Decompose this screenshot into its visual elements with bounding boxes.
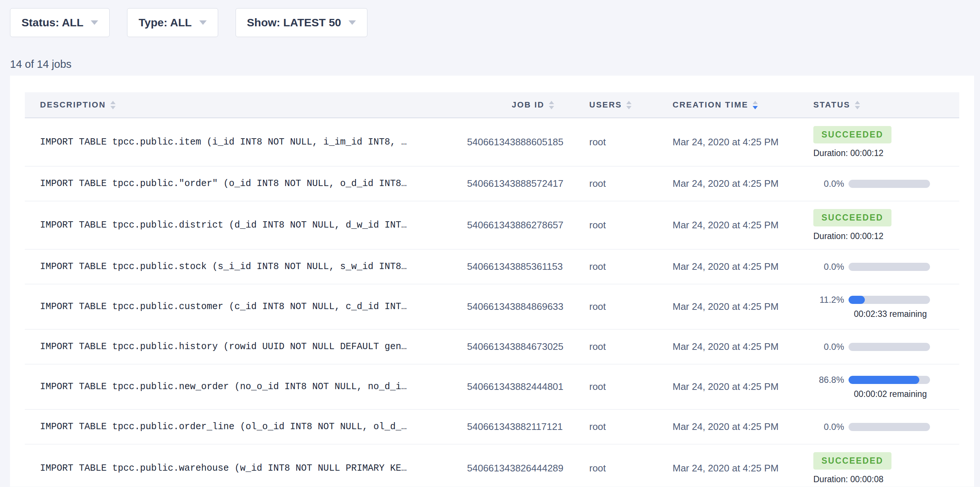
- progress-bar-fill: [848, 296, 865, 304]
- sort-arrows: [855, 101, 860, 109]
- progress-line: 11.2%: [813, 295, 959, 305]
- job-user: root: [589, 381, 673, 393]
- column-header-label: CREATION TIME: [673, 100, 748, 110]
- job-status: SUCCEEDEDDuration: 00:00:12: [813, 209, 959, 241]
- column-header-label: DESCRIPTION: [40, 100, 106, 110]
- type-filter-dropdown[interactable]: Type: ALL: [127, 8, 218, 37]
- sort-asc-icon: [549, 101, 554, 104]
- job-creation-time: Mar 24, 2020 at 4:25 PM: [673, 463, 813, 474]
- dropdown-caret-icon: [348, 21, 356, 25]
- sort-asc-icon: [855, 101, 860, 104]
- table-row: IMPORT TABLE tpcc.public."order" (o_id I…: [25, 166, 959, 201]
- table-row: IMPORT TABLE tpcc.public.new_order (no_o…: [25, 364, 959, 410]
- status-filter-dropdown[interactable]: Status: ALL: [10, 8, 110, 37]
- sort-asc-icon: [110, 101, 116, 104]
- job-description: IMPORT TABLE tpcc.public.district (d_id …: [25, 220, 467, 230]
- progress-bar: [848, 296, 930, 304]
- progress-line: 0.0%: [813, 262, 959, 272]
- progress-bar: [848, 376, 930, 384]
- column-header-label: USERS: [589, 100, 622, 110]
- job-user: root: [589, 421, 673, 433]
- job-creation-time: Mar 24, 2020 at 4:25 PM: [673, 178, 813, 189]
- job-description: IMPORT TABLE tpcc.public.stock (s_i_id I…: [25, 261, 467, 272]
- job-user: root: [589, 463, 673, 474]
- column-header-job_id[interactable]: JOB ID: [467, 100, 589, 110]
- show-filter-label: Show: LATEST 50: [247, 16, 341, 29]
- progress-percent: 11.2%: [813, 295, 844, 305]
- job-creation-time: Mar 24, 2020 at 4:25 PM: [673, 421, 813, 433]
- job-status: 0.0%: [813, 179, 959, 189]
- progress-percent: 0.0%: [813, 179, 844, 189]
- job-creation-time: Mar 24, 2020 at 4:25 PM: [673, 261, 813, 272]
- progress-line: 0.0%: [813, 179, 959, 189]
- sort-desc-icon: [752, 106, 758, 109]
- sort-arrows: [626, 101, 632, 109]
- job-id: 540661343886278657: [467, 219, 589, 231]
- sort-asc-icon: [752, 101, 758, 104]
- jobs-table-panel: DESCRIPTIONJOB IDUSERSCREATION TIMESTATU…: [10, 76, 974, 487]
- sort-desc-icon: [110, 106, 116, 109]
- job-duration: Duration: 00:00:12: [813, 231, 959, 241]
- table-row: IMPORT TABLE tpcc.public.stock (s_i_id I…: [25, 249, 959, 284]
- table-row: IMPORT TABLE tpcc.public.history (rowid …: [25, 329, 959, 364]
- job-status: 0.0%: [813, 422, 959, 432]
- job-status: SUCCEEDEDDuration: 00:00:08: [813, 452, 959, 484]
- column-header-label: JOB ID: [512, 100, 544, 110]
- job-creation-time: Mar 24, 2020 at 4:25 PM: [673, 301, 813, 313]
- job-id: 540661343888605185: [467, 136, 589, 148]
- status-filter-label: Status: ALL: [21, 16, 83, 29]
- job-id: 540661343888572417: [467, 178, 589, 189]
- job-user: root: [589, 261, 673, 272]
- sort-arrows: [110, 101, 116, 109]
- table-row: IMPORT TABLE tpcc.public.item (i_id INT8…: [25, 118, 959, 166]
- table-row: IMPORT TABLE tpcc.public.district (d_id …: [25, 201, 959, 249]
- progress-bar-fill: [848, 376, 919, 384]
- job-description: IMPORT TABLE tpcc.public.item (i_id INT8…: [25, 137, 467, 147]
- job-creation-time: Mar 24, 2020 at 4:25 PM: [673, 341, 813, 353]
- progress-bar: [848, 423, 930, 431]
- column-header-status[interactable]: STATUS: [813, 100, 959, 110]
- status-badge-succeeded: SUCCEEDED: [813, 452, 891, 469]
- table-body: IMPORT TABLE tpcc.public.item (i_id INT8…: [25, 118, 959, 487]
- job-duration: Duration: 00:00:12: [813, 148, 959, 158]
- job-creation-time: Mar 24, 2020 at 4:25 PM: [673, 381, 813, 393]
- column-header-users[interactable]: USERS: [589, 100, 673, 110]
- jobs-page: Status: ALL Type: ALL Show: LATEST 50 14…: [0, 0, 980, 487]
- progress-percent: 0.0%: [813, 342, 844, 352]
- job-status: 86.8%00:00:02 remaining: [813, 375, 959, 399]
- job-id: 540661343885361153: [467, 261, 589, 272]
- show-filter-dropdown[interactable]: Show: LATEST 50: [235, 8, 368, 37]
- column-header-description[interactable]: DESCRIPTION: [25, 100, 467, 110]
- job-description: IMPORT TABLE tpcc.public.history (rowid …: [25, 341, 467, 352]
- table-row: IMPORT TABLE tpcc.public.customer (c_id …: [25, 284, 959, 329]
- job-user: root: [589, 136, 673, 148]
- job-description: IMPORT TABLE tpcc.public.customer (c_id …: [25, 301, 467, 312]
- sort-asc-icon: [626, 101, 632, 104]
- type-filter-label: Type: ALL: [138, 16, 191, 29]
- progress-percent: 0.0%: [813, 422, 844, 432]
- table-header-row: DESCRIPTIONJOB IDUSERSCREATION TIMESTATU…: [25, 92, 959, 118]
- progress-bar: [848, 180, 930, 188]
- job-duration: Duration: 00:00:08: [813, 474, 959, 484]
- job-creation-time: Mar 24, 2020 at 4:25 PM: [673, 219, 813, 231]
- job-id: 540661343882444801: [467, 381, 589, 393]
- sort-arrows: [752, 101, 758, 109]
- job-status: 11.2%00:02:33 remaining: [813, 295, 959, 319]
- job-user: root: [589, 341, 673, 353]
- progress-line: 86.8%: [813, 375, 959, 385]
- job-id: 540661343884869633: [467, 301, 589, 313]
- job-id: 540661343826444289: [467, 463, 589, 474]
- job-description: IMPORT TABLE tpcc.public.warehouse (w_id…: [25, 463, 467, 474]
- dropdown-caret-icon: [91, 21, 98, 25]
- sort-desc-icon: [855, 106, 860, 109]
- sort-arrows: [549, 101, 554, 109]
- column-header-creation_time[interactable]: CREATION TIME: [673, 100, 813, 110]
- job-status: 0.0%: [813, 342, 959, 352]
- progress-bar: [848, 343, 930, 351]
- column-header-label: STATUS: [813, 100, 850, 110]
- job-user: root: [589, 178, 673, 189]
- sort-desc-icon: [549, 106, 554, 109]
- job-description: IMPORT TABLE tpcc.public.new_order (no_o…: [25, 382, 467, 392]
- job-user: root: [589, 301, 673, 313]
- job-status: 0.0%: [813, 262, 959, 272]
